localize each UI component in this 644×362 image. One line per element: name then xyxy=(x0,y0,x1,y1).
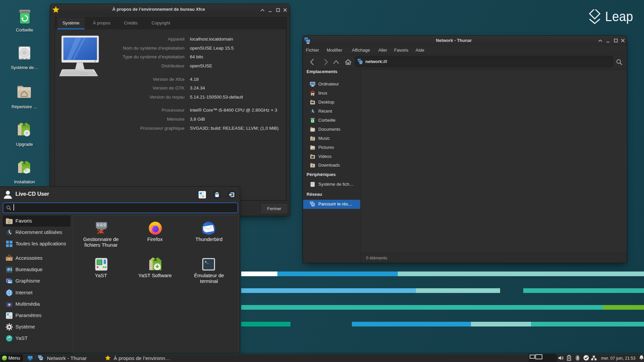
svg-text:>_: >_ xyxy=(205,260,209,264)
